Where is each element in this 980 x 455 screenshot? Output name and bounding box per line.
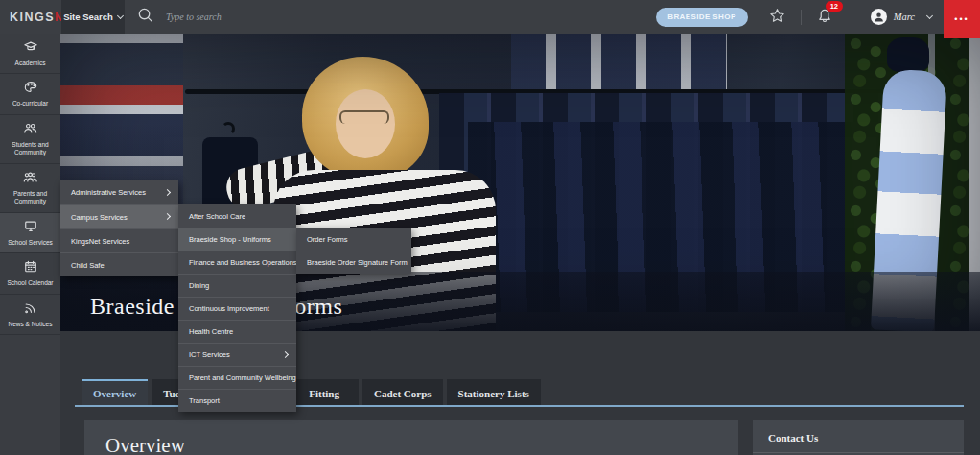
sidebar-item-parents-and-community[interactable]: Parents and Community xyxy=(0,164,60,213)
user-menu[interactable]: Marc xyxy=(871,9,932,25)
top-bar-right: BRAESIDE SHOP 12 Marc xyxy=(656,8,932,27)
search-box xyxy=(136,6,391,28)
chevron-right-icon xyxy=(164,188,171,195)
menu-item-label: Health Centre xyxy=(189,327,233,336)
palette-icon xyxy=(24,80,37,97)
menu-item-braeside-shop-uniforms[interactable]: Braeside Shop - Uniforms xyxy=(178,228,296,251)
menu-item-label: Dining xyxy=(189,281,209,290)
braeside-shop-submenu: Order Forms Braeside Order Signature For… xyxy=(296,228,411,274)
campus-services-submenu: After School Care Braeside Shop - Unifor… xyxy=(178,204,296,412)
sidebar-item-label: Co-curricular xyxy=(12,100,48,108)
monitor-icon xyxy=(24,219,37,236)
sidebar-item-label: Academics xyxy=(15,60,46,67)
sidebar-item-label: Parents and Community xyxy=(2,190,58,206)
sidebar-item-school-services[interactable]: School Services xyxy=(0,213,60,253)
sidebar-item-label: News & Notices xyxy=(9,321,53,328)
calendar-icon xyxy=(24,259,37,276)
people-group-icon xyxy=(23,170,37,187)
menu-item-health-centre[interactable]: Health Centre xyxy=(178,320,296,343)
menu-item-finance-and-business-operations[interactable]: Finance and Business Operations xyxy=(178,251,296,274)
sidebar-item-label: Students and Community xyxy=(2,141,58,157)
sidebar-item-students-and-community[interactable]: Students and Community xyxy=(0,115,60,164)
rss-icon xyxy=(24,300,37,318)
menu-item-label: KingsNet Services xyxy=(71,237,129,246)
notification-badge: 12 xyxy=(826,1,843,12)
avatar xyxy=(871,9,887,25)
people-group-icon xyxy=(23,121,37,138)
star-icon xyxy=(769,8,785,27)
kingsnet-logo: KINGSNET xyxy=(10,11,59,24)
chevron-right-icon xyxy=(282,350,289,357)
tab-overview[interactable]: Overview xyxy=(82,379,148,405)
menu-item-after-school-care[interactable]: After School Care xyxy=(178,204,296,228)
overview-card: Overview xyxy=(84,420,738,455)
notifications-button[interactable]: 12 xyxy=(817,8,832,27)
site-search-label: Site Search xyxy=(63,12,113,22)
tab-fitting[interactable]: Fitting xyxy=(290,379,359,405)
search-input[interactable] xyxy=(166,12,367,22)
tab-bar: Overview Tudor House Fitting Cadet Corps… xyxy=(82,379,545,405)
menu-item-label: Parent and Community Wellbeing xyxy=(189,373,296,382)
search-icon xyxy=(136,6,154,28)
user-name: Marc xyxy=(894,12,915,22)
sidebar-item-academics[interactable]: Academics xyxy=(0,34,60,74)
menu-item-continuous-improvement[interactable]: Continuous Improvement xyxy=(178,297,296,320)
site-search-dropdown[interactable]: Site Search xyxy=(61,0,125,34)
menu-item-label: After School Care xyxy=(189,212,245,221)
menu-item-braeside-order-signature-form[interactable]: Braeside Order Signature Form xyxy=(296,251,411,274)
logo-kings: KINGS xyxy=(10,11,55,24)
menu-item-dining[interactable]: Dining xyxy=(178,274,296,297)
menu-item-child-safe[interactable]: Child Safe xyxy=(60,252,178,276)
chevron-down-icon xyxy=(926,12,933,18)
tab-cadet-corps[interactable]: Cadet Corps xyxy=(362,379,443,405)
contact-heading: Contact Us xyxy=(753,420,964,453)
braeside-shop-button[interactable]: BRAESIDE SHOP xyxy=(656,8,747,27)
menu-item-label: Campus Services xyxy=(71,213,128,222)
chevron-right-icon xyxy=(164,213,171,220)
overflow-menu-button[interactable]: ••• xyxy=(944,0,980,38)
graduation-cap-icon xyxy=(24,39,37,57)
top-bar: KINGSNET Site Search BRAESIDE SHOP xyxy=(0,0,980,34)
sidebar-item-co-curricular[interactable]: Co-curricular xyxy=(0,74,60,114)
menu-item-label: Order Forms xyxy=(307,235,348,244)
menu-item-label: Braeside Order Signature Form xyxy=(307,258,408,267)
menu-item-label: Finance and Business Operations xyxy=(189,258,296,267)
sidebar-item-label: School Calendar xyxy=(7,279,53,287)
kingsnet-portal: Braeside Shop - Uniforms Overview Tudor … xyxy=(0,0,980,455)
menu-item-parent-and-community-wellbeing[interactable]: Parent and Community Wellbeing xyxy=(178,366,296,389)
menu-item-label: ICT Services xyxy=(189,350,230,359)
menu-item-label: Administrative Services xyxy=(71,188,146,197)
contact-card: Contact Us xyxy=(753,420,964,455)
sidebar-item-news-and-notices[interactable]: News & Notices xyxy=(0,295,60,335)
overview-heading: Overview xyxy=(105,434,738,455)
menu-item-label: Child Safe xyxy=(71,261,105,270)
menu-item-campus-services[interactable]: Campus Services xyxy=(60,204,178,228)
left-nav-sidebar: Academics Co-curricular Students and Com… xyxy=(0,34,60,455)
menu-item-ict-services[interactable]: ICT Services xyxy=(178,343,296,366)
menu-item-transport[interactable]: Transport xyxy=(178,389,296,412)
menu-item-label: Braeside Shop - Uniforms xyxy=(189,235,271,244)
menu-item-kingsnet-services[interactable]: KingsNet Services xyxy=(60,228,178,252)
tab-stationery-lists[interactable]: Stationery Lists xyxy=(447,379,541,405)
sidebar-item-label: School Services xyxy=(8,239,53,247)
favorites-button[interactable] xyxy=(769,8,785,27)
divider xyxy=(801,10,802,25)
menu-item-label: Transport xyxy=(189,396,220,405)
chevron-down-icon xyxy=(117,12,124,18)
sidebar-item-school-calendar[interactable]: School Calendar xyxy=(0,253,60,294)
school-services-menu: Administrative Services Campus Services … xyxy=(60,180,178,276)
menu-item-label: Continuous Improvement xyxy=(189,304,269,313)
menu-item-administrative-services[interactable]: Administrative Services xyxy=(60,180,178,204)
menu-item-order-forms[interactable]: Order Forms xyxy=(296,228,411,251)
